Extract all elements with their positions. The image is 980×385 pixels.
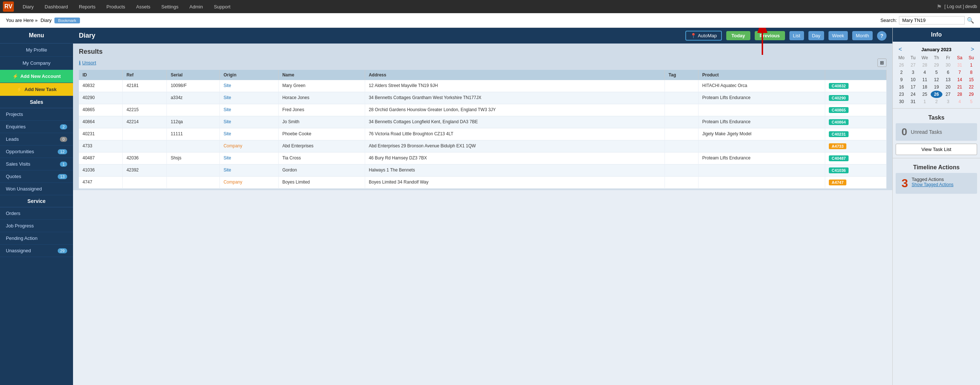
calendar-day[interactable]: 31 xyxy=(907,98,919,105)
cell-origin[interactable]: Site xyxy=(220,128,278,141)
calendar-day[interactable]: 23 xyxy=(896,91,907,98)
cell-badge[interactable]: C40487 xyxy=(825,152,886,165)
calendar-day[interactable]: 14 xyxy=(954,76,966,83)
calendar-day[interactable]: 5 xyxy=(966,98,977,105)
show-tagged-link[interactable]: Show Tagged Actions xyxy=(912,182,954,187)
search-input[interactable] xyxy=(899,16,965,24)
nav-assets[interactable]: Assets xyxy=(131,3,156,11)
calendar-day[interactable]: 30 xyxy=(942,61,954,69)
sidebar-item-add-new-task[interactable]: ⚡ Add New Task xyxy=(0,83,73,96)
sidebar-item-my-profile[interactable]: My Profile xyxy=(0,43,73,57)
calendar-day[interactable]: 30 xyxy=(896,98,907,105)
calendar-day[interactable]: 21 xyxy=(954,83,966,91)
cell-badge[interactable]: A4747 xyxy=(825,177,886,189)
calendar-day[interactable]: 4 xyxy=(919,69,931,76)
calendar-prev-button[interactable]: < xyxy=(899,46,902,53)
calendar-day[interactable]: 5 xyxy=(931,69,942,76)
calendar-day[interactable]: 27 xyxy=(907,61,919,69)
sidebar-item-unassigned[interactable]: Unassigned 29 xyxy=(0,244,73,257)
calendar-day[interactable]: 11 xyxy=(919,76,931,83)
calendar-day[interactable]: 25 xyxy=(919,91,931,98)
cell-badge[interactable]: C41036 xyxy=(825,165,886,177)
calendar-next-button[interactable]: > xyxy=(971,46,974,53)
calendar-day[interactable]: 28 xyxy=(919,61,931,69)
cell-badge[interactable]: C40864 xyxy=(825,116,886,128)
sidebar-item-projects[interactable]: Projects xyxy=(0,108,73,121)
sidebar-item-my-company[interactable]: My Company xyxy=(0,57,73,70)
previous-button[interactable]: Previous xyxy=(755,31,785,40)
nav-dashboard[interactable]: Dashboard xyxy=(40,3,73,11)
calendar-day[interactable]: 9 xyxy=(896,76,907,83)
sidebar-item-quotes[interactable]: Quotes 13 xyxy=(0,170,73,183)
calendar-day[interactable]: 6 xyxy=(942,69,954,76)
sidebar-item-leads[interactable]: Leads 0 xyxy=(0,133,73,145)
cell-badge[interactable]: A4733 xyxy=(825,141,886,152)
cell-origin[interactable]: Site xyxy=(220,80,278,92)
calendar-day[interactable]: 15 xyxy=(966,76,977,83)
cell-origin[interactable]: Company xyxy=(220,141,278,152)
calendar-day[interactable]: 1 xyxy=(919,98,931,105)
nav-reports[interactable]: Reports xyxy=(74,3,101,11)
nav-products[interactable]: Products xyxy=(101,3,130,11)
calendar-day[interactable]: 17 xyxy=(907,83,919,91)
cell-origin[interactable]: Site xyxy=(220,165,278,177)
sidebar-item-pending-action[interactable]: Pending Action xyxy=(0,232,73,244)
calendar-day[interactable]: 26 xyxy=(931,91,942,98)
calendar-day[interactable]: 18 xyxy=(919,83,931,91)
cell-badge[interactable]: C40832 xyxy=(825,80,886,92)
calendar-day[interactable]: 29 xyxy=(931,61,942,69)
search-button[interactable]: 🔍 xyxy=(967,17,974,24)
calendar-day[interactable]: 27 xyxy=(942,91,954,98)
calendar-day[interactable]: 20 xyxy=(942,83,954,91)
help-button[interactable]: ? xyxy=(877,31,886,41)
sidebar-item-job-progress[interactable]: Job Progress xyxy=(0,220,73,232)
unsort-link[interactable]: ℹ Unsort xyxy=(79,60,96,65)
month-view-button[interactable]: Month xyxy=(852,31,873,40)
calendar-day[interactable]: 10 xyxy=(907,76,919,83)
sidebar-item-enquiries[interactable]: Enquiries 2 xyxy=(0,121,73,133)
cell-badge[interactable]: C40865 xyxy=(825,104,886,116)
calendar-day[interactable]: 12 xyxy=(931,76,942,83)
calendar-day[interactable]: 24 xyxy=(907,91,919,98)
calendar-day[interactable]: 3 xyxy=(942,98,954,105)
nav-settings[interactable]: Settings xyxy=(156,3,184,11)
cell-badge[interactable]: C40231 xyxy=(825,128,886,141)
calendar-day[interactable]: 3 xyxy=(907,69,919,76)
list-view-button[interactable]: List xyxy=(789,31,804,40)
calendar-day[interactable]: 31 xyxy=(954,61,966,69)
sidebar-item-add-new-account[interactable]: ⚡ Add New Account xyxy=(0,70,73,83)
calendar-day[interactable]: 22 xyxy=(966,83,977,91)
day-view-button[interactable]: Day xyxy=(808,31,824,40)
calendar-day[interactable]: 19 xyxy=(931,83,942,91)
cell-badge[interactable]: C40290 xyxy=(825,92,886,104)
cell-origin[interactable]: Site xyxy=(220,152,278,165)
calendar-day[interactable]: 16 xyxy=(896,83,907,91)
sidebar-item-opportunities[interactable]: Opportunities 12 xyxy=(0,145,73,158)
sidebar-item-orders[interactable]: Orders xyxy=(0,207,73,220)
nav-admin[interactable]: Admin xyxy=(185,3,208,11)
sidebar-item-sales-visits[interactable]: Sales Visits 1 xyxy=(0,158,73,170)
calendar-day[interactable]: 2 xyxy=(931,98,942,105)
user-info[interactable]: [ Log out ] devdb xyxy=(945,4,977,9)
calendar-day[interactable]: 4 xyxy=(954,98,966,105)
calendar-day[interactable]: 29 xyxy=(966,91,977,98)
cell-origin[interactable]: Company xyxy=(220,177,278,189)
cell-origin[interactable]: Site xyxy=(220,116,278,128)
today-button[interactable]: Today xyxy=(726,31,750,40)
automap-button[interactable]: 📍 AutoMap xyxy=(685,31,722,41)
calendar-day[interactable]: 26 xyxy=(896,61,907,69)
cell-origin[interactable]: Site xyxy=(220,92,278,104)
grid-view-button[interactable]: ⊞ xyxy=(877,59,886,67)
week-view-button[interactable]: Week xyxy=(829,31,848,40)
calendar-day[interactable]: 7 xyxy=(954,69,966,76)
bookmark-button[interactable]: Bookmark xyxy=(54,18,80,23)
view-task-list-button[interactable]: View Task List xyxy=(896,144,977,155)
calendar-day[interactable]: 2 xyxy=(896,69,907,76)
cell-origin[interactable]: Site xyxy=(220,104,278,116)
calendar-day[interactable]: 28 xyxy=(954,91,966,98)
calendar-day[interactable]: 13 xyxy=(942,76,954,83)
nav-diary[interactable]: Diary xyxy=(18,3,39,11)
calendar-day[interactable]: 1 xyxy=(966,61,977,69)
calendar-day[interactable]: 8 xyxy=(966,69,977,76)
nav-support[interactable]: Support xyxy=(209,3,236,11)
